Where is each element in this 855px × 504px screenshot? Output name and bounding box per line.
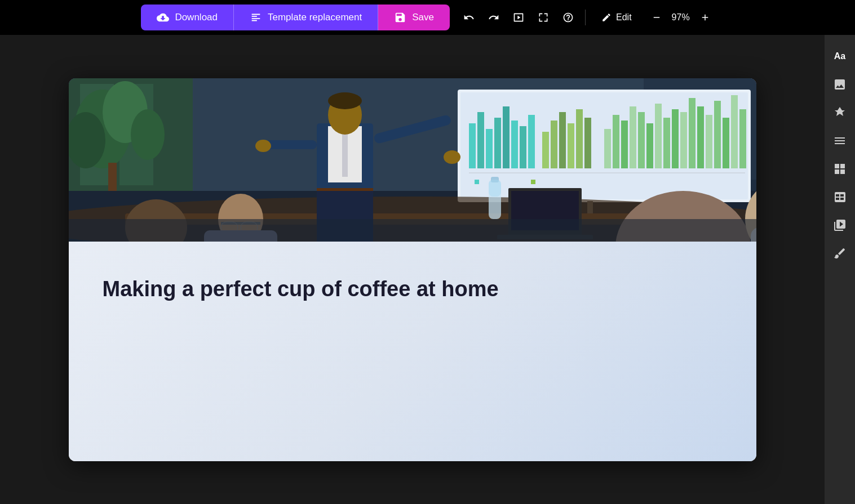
svg-rect-38 [689, 98, 695, 168]
image-icon [833, 78, 847, 91]
present-button[interactable] [507, 6, 530, 29]
svg-rect-14 [469, 123, 476, 168]
svg-rect-23 [551, 121, 557, 168]
meeting-illustration [69, 78, 756, 242]
redo-button[interactable] [482, 6, 505, 29]
svg-rect-20 [520, 126, 526, 168]
slide-title: Making a perfect cup of coffee at home [103, 275, 610, 303]
redo-icon [488, 12, 499, 23]
present-icon [513, 12, 524, 23]
slide-card: Making a perfect cup of coffee at home [69, 78, 756, 461]
canvas-area: Making a perfect cup of coffee at home [0, 35, 825, 504]
zoom-level: 97% [669, 12, 693, 23]
svg-rect-19 [511, 121, 518, 168]
shapes-icon [833, 106, 847, 119]
svg-rect-21 [528, 115, 535, 168]
plus-icon [700, 12, 710, 23]
slide-content: Making a perfect cup of coffee at home [69, 242, 756, 461]
draw-icon [833, 247, 847, 260]
zoom-out-button[interactable] [648, 8, 666, 26]
fullscreen-icon [538, 12, 549, 23]
svg-rect-29 [613, 115, 619, 168]
toolbar-left: Download Template replacement Save [141, 5, 450, 30]
shapes-tool-button[interactable] [827, 100, 852, 125]
svg-rect-40 [706, 115, 712, 168]
svg-rect-18 [503, 106, 510, 168]
table-icon [833, 190, 847, 204]
svg-rect-26 [576, 109, 583, 168]
svg-point-63 [328, 92, 362, 109]
svg-rect-42 [723, 118, 729, 168]
zoom-controls: 97% [648, 8, 714, 26]
svg-rect-27 [584, 118, 591, 168]
svg-rect-35 [663, 118, 670, 168]
svg-rect-11 [108, 163, 117, 191]
undo-icon [463, 12, 475, 23]
edit-icon [601, 12, 612, 23]
lines-tool-button[interactable] [827, 128, 852, 153]
svg-rect-24 [559, 112, 566, 168]
save-icon [394, 11, 406, 24]
toolbar-icons: Edit 97% [458, 6, 714, 29]
svg-rect-48 [531, 180, 535, 184]
toolbar: Download Template replacement Save [0, 0, 855, 35]
zoom-in-button[interactable] [696, 8, 714, 26]
svg-rect-46 [469, 177, 745, 188]
svg-rect-37 [680, 112, 687, 168]
svg-rect-34 [655, 104, 662, 168]
fullscreen-button[interactable] [532, 6, 555, 29]
layout-icon [833, 162, 847, 176]
svg-rect-15 [477, 112, 484, 168]
image-tool-button[interactable] [827, 72, 852, 97]
svg-rect-58 [489, 180, 501, 197]
help-icon [562, 12, 574, 23]
svg-rect-17 [494, 118, 501, 168]
video-icon [833, 218, 847, 232]
template-replacement-button[interactable]: Template replacement [233, 5, 378, 30]
svg-point-67 [255, 140, 271, 152]
toolbar-divider [585, 10, 586, 25]
svg-rect-28 [604, 129, 611, 168]
svg-rect-30 [621, 121, 628, 168]
svg-rect-32 [638, 112, 645, 168]
svg-rect-47 [475, 180, 479, 184]
slide-image [69, 78, 756, 242]
svg-rect-44 [739, 109, 746, 168]
draw-tool-button[interactable] [827, 241, 852, 266]
download-button[interactable]: Download [141, 5, 233, 30]
text-tool-button[interactable]: Aa [827, 44, 852, 69]
svg-rect-31 [630, 106, 636, 168]
save-button[interactable]: Save [378, 5, 450, 30]
svg-rect-41 [714, 101, 721, 168]
svg-point-66 [444, 150, 460, 164]
svg-rect-22 [542, 132, 549, 168]
lines-icon [833, 134, 847, 148]
svg-rect-16 [486, 129, 493, 168]
svg-rect-43 [731, 95, 738, 168]
svg-rect-25 [568, 123, 574, 168]
undo-button[interactable] [458, 6, 480, 29]
svg-rect-36 [672, 109, 679, 168]
table-tool-button[interactable] [827, 185, 852, 209]
layout-tool-button[interactable] [827, 157, 852, 181]
help-button[interactable] [557, 6, 579, 29]
cloud-download-icon [157, 11, 169, 24]
template-icon [250, 11, 262, 24]
svg-rect-79 [69, 219, 756, 242]
minus-icon [652, 12, 662, 23]
video-tool-button[interactable] [827, 213, 852, 238]
svg-point-10 [131, 109, 165, 160]
svg-rect-39 [697, 106, 704, 168]
edit-button[interactable]: Edit [591, 6, 642, 29]
svg-rect-33 [646, 123, 653, 168]
right-sidebar: Aa [825, 35, 855, 504]
